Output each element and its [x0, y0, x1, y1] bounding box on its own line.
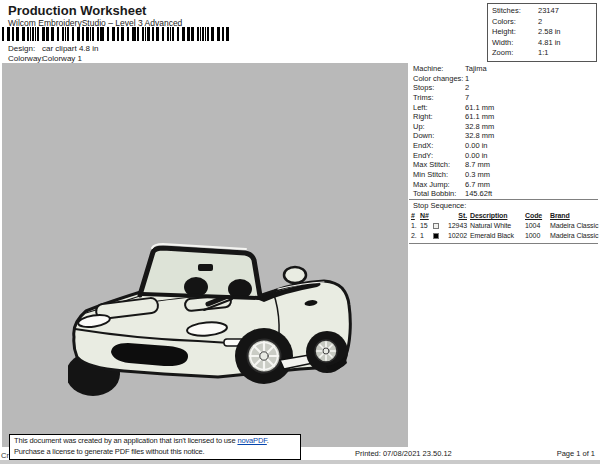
- col-header-description: Description: [470, 211, 525, 221]
- colors-value: 2: [538, 17, 542, 28]
- production-worksheet-page: Production Worksheet Wilcom EmbroiderySt…: [0, 0, 600, 464]
- left-value: 61.1 mm: [465, 103, 494, 113]
- down-value: 32.8 mm: [465, 131, 494, 141]
- endy-value: 0.00 in: [465, 151, 488, 161]
- max-jump-label: Max Jump:: [413, 180, 465, 190]
- front-wheel-hub: [260, 352, 268, 360]
- trims-value: 7: [465, 93, 469, 103]
- col-header-code: Code: [525, 211, 550, 221]
- design-value: car clipart 4.8 in: [42, 44, 98, 53]
- thread-swatch-natural-white: [433, 223, 439, 229]
- machine-value: Tajima: [465, 64, 487, 74]
- height-value: 2.58 in: [538, 27, 561, 38]
- max-jump-value: 6.7 mm: [465, 180, 490, 190]
- height-label: Height:: [492, 27, 538, 38]
- design-barcode: [2, 27, 232, 41]
- colors-label: Colors:: [492, 17, 538, 28]
- col-header-n: N#: [420, 211, 433, 221]
- side-mirror: [284, 267, 306, 283]
- stop-row-1-swatch-cell: [433, 221, 444, 231]
- thread-swatch-emerald-black: [433, 233, 439, 239]
- colorway-label: Colorway:: [8, 54, 42, 63]
- stop-row-2-num: 2.: [411, 231, 420, 241]
- endx-label: EndX:: [413, 141, 465, 151]
- machine-info-panel: Machine:Tajima Color changes:1 Stops:2 T…: [413, 64, 597, 199]
- color-changes-value: 1: [465, 74, 469, 84]
- stops-value: 2: [465, 83, 469, 93]
- stop-row-1-num: 1.: [411, 221, 420, 231]
- stop-sequence-title: Stop Sequence:: [413, 201, 466, 210]
- stitches-value: 23147: [538, 6, 559, 17]
- up-value: 32.8 mm: [465, 122, 494, 132]
- max-stitch-label: Max Stitch:: [413, 160, 465, 170]
- novapdf-link[interactable]: novaPDF: [237, 436, 266, 445]
- stop-row-1-brand: Madeira Classic 40: [550, 221, 600, 231]
- stop-row-2-n: 1: [420, 231, 433, 241]
- design-row: Design: car clipart 4.8 in: [8, 44, 98, 53]
- total-bobbin-value: 145.62ft: [465, 189, 492, 199]
- right-label: Right:: [413, 112, 465, 122]
- rear-wheel-hub: [323, 348, 329, 354]
- colorway-row: Colorway: Colorway 1: [8, 54, 82, 63]
- zoom-value: 1:1: [538, 48, 548, 59]
- page-title: Production Worksheet: [8, 3, 146, 18]
- novapdf-notice-box: This document was created by an applicat…: [9, 434, 301, 460]
- col-header-brand: Brand: [550, 211, 600, 221]
- stop-row-1-description: Natural White: [470, 221, 525, 231]
- page-number: Page 1 of 1: [557, 449, 595, 458]
- stops-label: Stops:: [413, 83, 465, 93]
- machine-label: Machine:: [413, 64, 465, 74]
- max-stitch-value: 8.7 mm: [465, 160, 490, 170]
- printed-timestamp: Printed: 07/08/2021 23.50.12: [355, 449, 452, 458]
- color-changes-label: Color changes:: [413, 74, 465, 84]
- stop-row-2-brand: Madeira Classic 40: [550, 231, 600, 241]
- front-wheel: [235, 328, 293, 384]
- col-header-swatch-spacer: [433, 211, 444, 221]
- min-stitch-label: Min Stitch:: [413, 170, 465, 180]
- stitches-label: Stitches:: [492, 6, 538, 17]
- stop-sequence-table: # N# St. Description Code Brand 1. 15 12…: [411, 211, 599, 241]
- zoom-label: Zoom:: [492, 48, 538, 59]
- width-value: 4.81 in: [538, 38, 561, 49]
- rearview-mirror: [198, 264, 213, 271]
- down-label: Down:: [413, 131, 465, 141]
- up-label: Up:: [413, 122, 465, 132]
- min-stitch-value: 0.3 mm: [465, 170, 490, 180]
- stop-row-2-description: Emerald Black: [470, 231, 525, 241]
- stop-row-2-st: 10202: [444, 231, 470, 241]
- divider-below-stop-sequence: [409, 243, 598, 244]
- design-label: Design:: [8, 44, 42, 53]
- trims-label: Trims:: [413, 93, 465, 103]
- col-header-num: #: [411, 211, 420, 221]
- right-value: 61.1 mm: [465, 112, 494, 122]
- endx-value: 0.00 in: [465, 141, 488, 151]
- endy-label: EndY:: [413, 151, 465, 161]
- stop-row-1-n: 15: [420, 221, 433, 231]
- colorway-value: Colorway 1: [42, 54, 82, 63]
- stop-row-1-code: 1004: [525, 221, 550, 231]
- stop-row-1-st: 12943: [444, 221, 470, 231]
- stop-row-2-code: 1000: [525, 231, 550, 241]
- notice-line-1-suffix: .: [267, 436, 269, 445]
- total-bobbin-label: Total Bobbin:: [413, 189, 465, 199]
- width-label: Width:: [492, 38, 538, 49]
- car-clipart-artwork: [68, 239, 358, 403]
- notice-line-2: Purchase a license to generate PDF files…: [14, 447, 296, 458]
- stop-row-2-swatch-cell: [433, 231, 444, 241]
- divider-above-stop-sequence: [409, 199, 598, 200]
- design-canvas: [2, 63, 408, 447]
- notice-line-1-prefix: This document was created by an applicat…: [14, 436, 237, 445]
- stitch-summary-box: Stitches:23147 Colors:2 Height:2.58 in W…: [487, 3, 597, 62]
- notice-line-1: This document was created by an applicat…: [14, 436, 296, 447]
- col-header-st: St.: [444, 211, 470, 221]
- footer-left-clipped-text: Cr: [1, 451, 9, 460]
- left-label: Left:: [413, 103, 465, 113]
- page-bottom-edge: [0, 460, 600, 464]
